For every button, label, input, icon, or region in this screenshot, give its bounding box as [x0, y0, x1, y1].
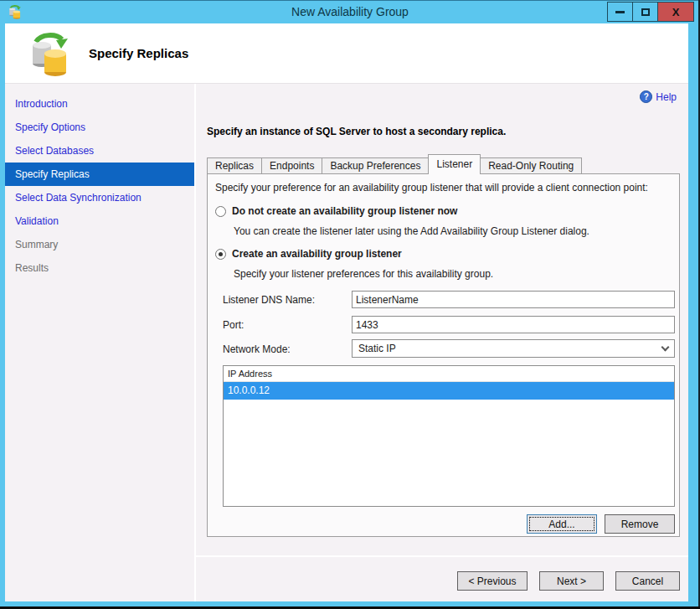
minimize-icon — [615, 11, 625, 13]
sidebar-item-specify-options[interactable]: Specify Options — [5, 116, 194, 139]
tab-endpoints[interactable]: Endpoints — [261, 157, 322, 174]
maximize-icon — [641, 8, 650, 16]
sidebar-item-summary: Summary — [5, 233, 194, 256]
page-title: Specify Replicas — [89, 23, 188, 84]
port-input[interactable] — [352, 316, 675, 333]
sidebar-item-select-data-synchronization[interactable]: Select Data Synchronization — [5, 186, 194, 209]
add-ip-button[interactable]: Add... — [527, 514, 597, 534]
title-bar: New Availability Group X — [0, 0, 700, 23]
radio-checked-icon[interactable] — [215, 249, 226, 260]
wizard-navigation: < Previous Next > Cancel — [457, 571, 680, 591]
tab-read-only-routing[interactable]: Read-Only Routing — [480, 157, 582, 174]
radio-unchecked-icon[interactable] — [215, 206, 226, 217]
dns-name-label: Listener DNS Name: — [223, 294, 315, 306]
maximize-button[interactable] — [632, 2, 658, 22]
remove-ip-button[interactable]: Remove — [605, 514, 675, 534]
port-label: Port: — [223, 319, 244, 331]
minimize-button[interactable] — [607, 2, 633, 22]
ip-address-list: IP Address 10.0.0.12 — [223, 365, 675, 507]
close-button[interactable]: X — [657, 2, 694, 22]
wizard-body: Introduction Specify Options Select Data… — [5, 84, 688, 601]
help-icon: ? — [640, 90, 652, 103]
specify-replicas-icon — [27, 30, 69, 77]
tab-backup-preferences[interactable]: Backup Preferences — [322, 157, 429, 174]
radio-do-not-create-listener[interactable]: Do not create an availability group list… — [215, 205, 457, 217]
close-icon: X — [672, 7, 680, 18]
next-button[interactable]: Next > — [539, 571, 604, 591]
listener-intro-text: Specify your preference for an availabil… — [215, 182, 672, 194]
network-mode-label: Network Mode: — [223, 343, 291, 355]
sidebar-item-validation[interactable]: Validation — [5, 209, 194, 233]
window-top-edge — [0, 0, 700, 1]
radio-create-label[interactable]: Create an availability group listener — [232, 248, 402, 260]
window-title: New Availability Group — [0, 0, 700, 23]
wizard-steps-sidebar: Introduction Specify Options Select Data… — [5, 84, 194, 601]
listener-tab-panel: Specify your preference for an availabil… — [207, 173, 680, 537]
replica-tabs: Replicas Endpoints Backup Preferences Li… — [207, 155, 680, 174]
previous-button[interactable]: < Previous — [457, 571, 528, 591]
radio-create-listener[interactable]: Create an availability group listener — [215, 248, 402, 260]
create-listener-description: Specify your listener preferences for th… — [234, 268, 493, 280]
network-mode-select[interactable]: Static IP — [352, 339, 675, 358]
help-link[interactable]: ? Help — [640, 90, 677, 103]
network-mode-value: Static IP — [358, 343, 396, 354]
ip-address-row[interactable]: 10.0.0.12 — [224, 382, 674, 400]
sidebar-item-select-databases[interactable]: Select Databases — [5, 139, 194, 163]
wizard-header: Specify Replicas — [5, 23, 688, 84]
tab-listener[interactable]: Listener — [428, 154, 481, 174]
footer-divider — [196, 555, 688, 557]
sidebar-item-specify-replicas[interactable]: Specify Replicas — [5, 163, 194, 186]
tab-replicas[interactable]: Replicas — [207, 157, 262, 174]
ip-address-column-header[interactable]: IP Address — [224, 366, 674, 382]
sidebar-item-introduction[interactable]: Introduction — [5, 92, 194, 116]
window-controls: X — [608, 2, 694, 22]
sidebar-item-results: Results — [5, 256, 194, 280]
radio-do-not-create-label[interactable]: Do not create an availability group list… — [232, 205, 457, 217]
do-not-create-description: You can create the listener later using … — [234, 225, 589, 237]
dns-name-input[interactable] — [352, 291, 675, 308]
cancel-button[interactable]: Cancel — [615, 571, 680, 591]
ip-list-actions: Add... Remove — [527, 514, 675, 534]
dialog-content: Specify Replicas Introduction Specify Op… — [5, 23, 688, 601]
page-instruction: Specify an instance of SQL Server to hos… — [207, 126, 506, 137]
new-availability-group-dialog: New Availability Group X Specify Replica… — [0, 0, 700, 609]
help-label: Help — [656, 91, 677, 103]
main-pane: ? Help Specify an instance of SQL Server… — [196, 84, 688, 601]
chevron-down-icon — [661, 343, 670, 352]
